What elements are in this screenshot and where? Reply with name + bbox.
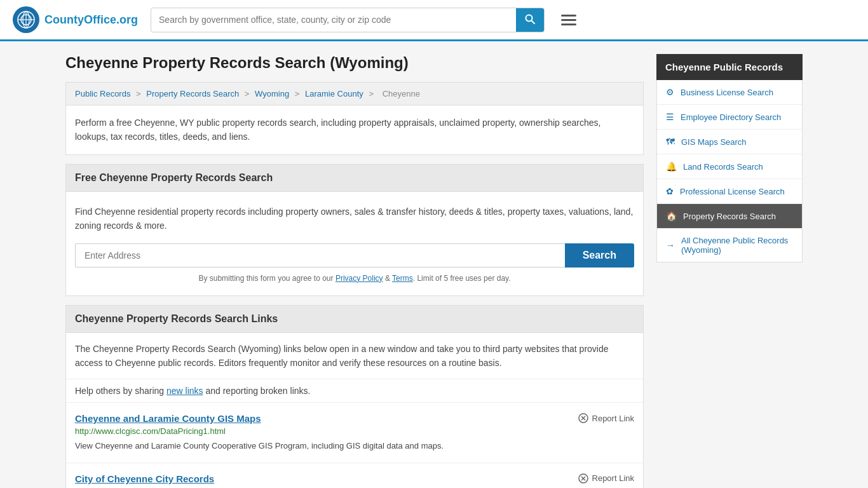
- report-link-button[interactable]: Report Link: [578, 473, 634, 484]
- hamburger-menu-button[interactable]: [557, 11, 580, 29]
- link-item-header: Cheyenne and Laramie County GIS Maps Rep…: [75, 413, 634, 424]
- svg-line-6: [532, 20, 535, 24]
- search-input-row: Search: [75, 243, 634, 268]
- hamburger-line: [561, 24, 576, 25]
- header-search-button[interactable]: [516, 8, 544, 32]
- page-description: Perform a free Cheyenne, WY public prope…: [65, 105, 644, 155]
- new-links-link[interactable]: new links: [166, 386, 203, 396]
- report-link-icon: [578, 413, 588, 423]
- hamburger-line: [561, 19, 576, 21]
- hamburger-line: [561, 15, 576, 17]
- link-url: http://www.clcgisc.com/DataPricing1.html: [75, 426, 634, 436]
- sidebar-title: Cheyenne Public Records: [656, 54, 803, 80]
- sidebar-item-property-records[interactable]: 🏠 Property Records Search: [657, 204, 802, 229]
- sidebar-item-land-records[interactable]: 🔔 Land Records Search: [657, 154, 802, 179]
- main-container: Cheyenne Property Records Search (Wyomin…: [53, 41, 815, 488]
- free-search-heading: Free Cheyenne Property Records Search: [65, 164, 644, 191]
- link-item-title[interactable]: City of Cheyenne City Records: [75, 473, 214, 484]
- sidebar-nav: ⚙ Business License Search ☰ Employee Dir…: [656, 80, 803, 262]
- header-search-bar: [151, 8, 545, 32]
- bell-icon: 🔔: [666, 161, 677, 172]
- search-form-box: Find Cheyenne residential property recor…: [65, 191, 644, 296]
- license-icon: ✿: [666, 186, 674, 196]
- sidebar-all-records[interactable]: → All Cheyenne Public Records (Wyoming): [657, 229, 802, 262]
- sidebar-item-employee-directory[interactable]: ☰ Employee Directory Search: [657, 105, 802, 130]
- directory-icon: ☰: [666, 112, 674, 122]
- breadcrumb-cheyenne: Cheyenne: [383, 89, 420, 98]
- link-item-title[interactable]: Cheyenne and Laramie County GIS Maps: [75, 413, 261, 424]
- terms-link[interactable]: Terms: [392, 274, 413, 283]
- address-input[interactable]: [75, 243, 565, 268]
- logo-area: CountyOffice.org: [13, 6, 138, 33]
- sidebar: Cheyenne Public Records ⚙ Business Licen…: [656, 54, 803, 488]
- sidebar-item-professional-license[interactable]: ✿ Professional License Search: [657, 179, 802, 204]
- logo-text: CountyOffice.org: [44, 13, 138, 27]
- arrow-right-icon: →: [666, 240, 675, 250]
- content-area: Cheyenne Property Records Search (Wyomin…: [65, 54, 644, 488]
- header-search-input[interactable]: [151, 10, 516, 30]
- privacy-policy-link[interactable]: Privacy Policy: [336, 274, 383, 283]
- search-form-description: Find Cheyenne residential property recor…: [75, 205, 634, 233]
- home-icon: 🏠: [666, 211, 677, 221]
- link-item: Cheyenne and Laramie County GIS Maps Rep…: [66, 402, 643, 463]
- links-section-heading: Cheyenne Property Records Search Links: [65, 305, 644, 332]
- link-item-header: City of Cheyenne City Records Report Lin…: [75, 473, 634, 484]
- report-link-icon: [578, 473, 588, 484]
- links-intro: The Cheyenne Property Records Search (Wy…: [66, 333, 643, 380]
- link-item: City of Cheyenne City Records Report Lin…: [66, 463, 643, 488]
- breadcrumb-property-records-search[interactable]: Property Records Search: [146, 89, 239, 98]
- form-disclaimer: By submitting this form you agree to our…: [75, 274, 634, 283]
- sidebar-item-gis-maps[interactable]: 🗺 GIS Maps Search: [657, 130, 802, 154]
- links-section: The Cheyenne Property Records Search (Wy…: [65, 332, 644, 488]
- breadcrumb: Public Records > Property Records Search…: [65, 82, 644, 105]
- breadcrumb-public-records[interactable]: Public Records: [75, 89, 130, 98]
- breadcrumb-laramie-county[interactable]: Laramie County: [305, 89, 363, 98]
- link-description: View Cheyenne and Laramie County Coopera…: [75, 440, 634, 452]
- logo-icon: [13, 6, 39, 33]
- search-button[interactable]: Search: [565, 243, 634, 268]
- gear-icon: ⚙: [666, 87, 674, 97]
- map-icon: 🗺: [666, 137, 675, 147]
- site-header: CountyOffice.org: [0, 0, 868, 41]
- share-line: Help others by sharing new links and rep…: [66, 379, 643, 402]
- breadcrumb-wyoming[interactable]: Wyoming: [255, 89, 289, 98]
- report-link-button[interactable]: Report Link: [578, 413, 634, 423]
- sidebar-item-business-license[interactable]: ⚙ Business License Search: [657, 80, 802, 105]
- page-title: Cheyenne Property Records Search (Wyomin…: [65, 54, 644, 72]
